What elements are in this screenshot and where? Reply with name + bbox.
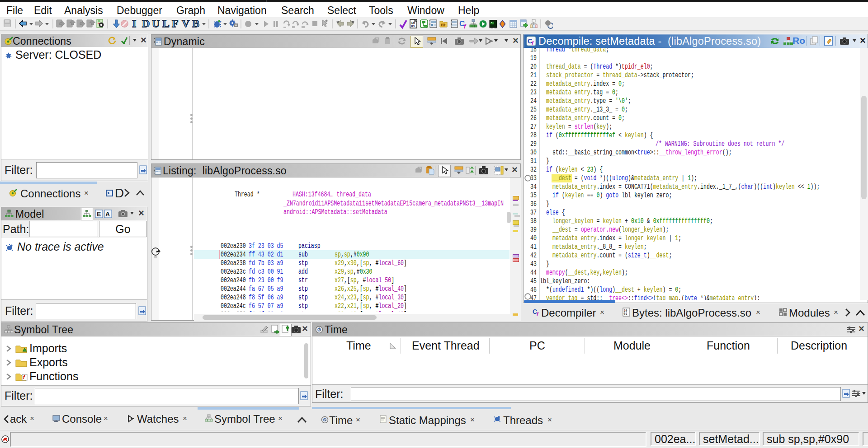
svg-text:DT: DT (441, 23, 446, 27)
svg-text:10: 10 (624, 309, 627, 313)
svg-text:f: f (537, 311, 539, 317)
svg-text:f: f (464, 23, 467, 30)
svg-text:01: 01 (411, 24, 415, 28)
svg-text:E: E (97, 210, 101, 218)
svg-text:01: 01 (624, 313, 627, 316)
svg-text:A: A (105, 210, 110, 218)
